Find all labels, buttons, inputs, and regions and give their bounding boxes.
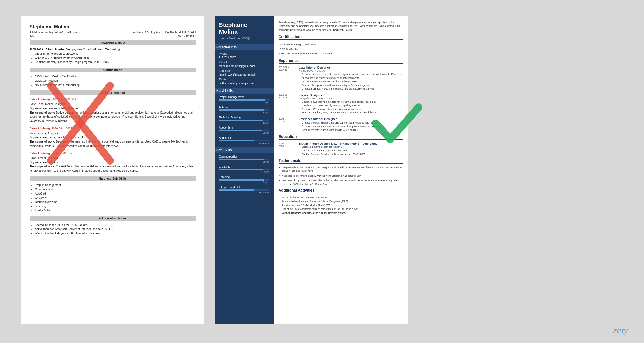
list-item: Excelled in home design coursework. [302, 145, 403, 149]
exp-details-2: Interior Designer Bourgoin & Hess Interi… [299, 94, 403, 115]
work-section-title: Work Experience [30, 90, 196, 95]
left-name: Stephanie Molina [30, 24, 196, 30]
list-item: Designed awe-inspiring interiors for res… [302, 100, 403, 104]
list-item: NARI Kitchen and Bath Remodeling [35, 83, 196, 87]
exp-bullets-1: Delivered inspired, efficient interior d… [299, 73, 403, 91]
list-item: Scored in the top 1% on the NCIDQ exam. [282, 196, 403, 199]
twitter-value: twitter.com/stephanieqmolina [219, 81, 269, 85]
exp-bullets-3: Created 10 exciting residential and comm… [299, 121, 403, 132]
skill-communication: Communication Expert [219, 155, 269, 163]
list-item: AutoCad [35, 192, 196, 196]
edu-dates-1: 2005 -2009 [279, 142, 297, 147]
exp-details-3: Freelance Interior Designer Created 10 e… [299, 117, 403, 132]
list-item: CIDQ Interior Design Certification [35, 74, 196, 79]
skill-budgeting: Budgeting Advanced [219, 136, 269, 144]
exp-company-2: Bourgoin & Hess Interiors, Inc. [299, 97, 403, 100]
skills-section-title: Hard and Soft Skills [30, 176, 196, 181]
exp-dates-1: 2012-09 -2017-11 [279, 66, 297, 71]
exp-title: Experience [279, 58, 403, 64]
summary-text: Award-winning, CIDQ certified interior d… [279, 20, 403, 32]
left-contact: E-Mail: stephanieqmolina@gmail.com Addre… [30, 31, 196, 34]
list-item: Winner, Contract Magazine 38th Annual In… [282, 211, 403, 215]
list-item: Student Director, Freedom by Design prog… [302, 152, 403, 156]
work-date-1: Date of Joining: 2012-09 to 2017-11 [30, 97, 196, 102]
list-item: One of my SoHo apartment designs was wri… [282, 207, 403, 211]
activities-list: Scored in the top 1% on the NCIDQ exam. … [279, 196, 403, 215]
list-item: Kept all projects under budget and deliv… [302, 128, 403, 132]
edu-entry-1: 2005 -2009 BFA in Interior Design, New Y… [279, 142, 403, 156]
list-item: Panelist, Kitchen & Bath Industry Show 2… [282, 203, 403, 207]
list-item: Adobe Suite [35, 208, 196, 213]
list-item: Active member, American Society of Inter… [35, 227, 196, 231]
list-item: Winner, ASID Student Portfolio Award 200… [35, 56, 196, 60]
left-content: Academic Details 2005-2009 - BFA in Inte… [30, 40, 196, 236]
edu-details-1: BFA in Interior Design, New York Institu… [299, 142, 403, 156]
sidebar-title: Interior Designer, CIDQ [219, 37, 269, 40]
linkedin-label: LinkedIn [219, 69, 269, 72]
left-resume: Stephanie Molina E-Mail: stephanieqmolin… [21, 16, 204, 324]
sidebar-name: StephanieMolina [219, 21, 269, 36]
left-tel: Tel: 917-749-5567 [30, 34, 196, 37]
list-item: Creativity [35, 196, 196, 200]
linkedin-value: linkedin.com/in/stephanieqmolin [219, 73, 269, 76]
work-org-3: Organization: Freelance [30, 160, 196, 165]
testimonial-item: "We never thought we'd be able to leave … [279, 179, 403, 186]
phone-label: Phone [219, 52, 269, 55]
list-item: Delivered inspired, efficient interior d… [302, 73, 403, 80]
exp-job-title-3: Freelance Interior Designer [299, 117, 403, 121]
email-value: stephanieqmolina@gmail.com [219, 64, 269, 68]
list-item: Scored in the top 1% on the NCIDQ exam. [35, 223, 196, 227]
work-scope-3: The scope of work: Created 10 exciting r… [30, 165, 196, 173]
activities-list: Scored in the top 1% on the NCIDQ exam. … [30, 223, 196, 236]
left-address: Address: 134 Rightward Way Portland, ME,… [133, 31, 196, 34]
list-item: Listening [35, 204, 196, 208]
list-item: Winner, Contract Magazine 38th Annual In… [35, 231, 196, 236]
work-entry-3: Date of Joining: 2006 to 2010-07 Post: I… [30, 151, 196, 173]
cert-item: NARI Kitchen and Bath Remodeling Certifi… [279, 51, 403, 56]
work-date-3: Date of Joining: 2006 to 2010-07 [30, 151, 196, 156]
exp-dates-2: 2010-08 -2012-08 [279, 94, 297, 99]
list-item: Great in home design coursework. [35, 52, 196, 56]
list-item: Created 10 exciting residential and comm… [302, 121, 403, 125]
testimonial-item: "Stephanie is a joy to work with. Her de… [279, 166, 403, 173]
right-sidebar: StephanieMolina Interior Designer, CIDQ … [215, 16, 274, 324]
work-entry-1: Date of Joining: 2012-09 to 2017-11 Post… [30, 97, 196, 123]
list-item: LEED Certification [35, 79, 196, 83]
testimonials-title: Testimonials [279, 158, 403, 164]
activities-section-title: Additional activities [30, 216, 196, 221]
cert-list: CIDQ Interior Design Certification LEED … [279, 42, 403, 56]
cert-list: CIDQ Interior Design Certification LEED … [30, 74, 196, 87]
list-item: Managed vendors, reps, and subcontractor… [302, 111, 403, 115]
list-item: Project management [35, 183, 196, 187]
skill-tech-drawing: Technical Drawing Expert [219, 116, 269, 124]
right-resume: StephanieMolina Interior Designer, CIDQ … [215, 16, 408, 324]
exp-entry-3: 2006 -2010-07 Freelance Interior Designe… [279, 117, 403, 132]
exp-job-title-1: Lead Interior Designer [299, 66, 403, 69]
list-item: Active member, American Society of Inter… [282, 199, 403, 203]
list-item: Several of my projects written up favora… [302, 84, 403, 87]
cert-item: CIDQ Interior Design Certification [279, 42, 403, 47]
right-resume-wrapper: StephanieMolina Interior Designer, CIDQ … [215, 16, 408, 324]
academic-section-title: Academic Details [30, 40, 196, 45]
skills-list: Project management Communication AutoCad… [30, 183, 196, 212]
exp-dates-3: 2006 -2010-07 [279, 117, 297, 123]
work-post-2: Post: Interior Designer [30, 131, 196, 136]
exp-entry-1: 2012-09 -2017-11 Lead Interior Designer … [279, 66, 403, 91]
soft-skills-title: Soft Skills [215, 147, 274, 153]
work-org-1: Organization: Renée Doherty Designs [30, 106, 196, 111]
edu-degree-1: BFA in Interior Design, New York Institu… [299, 142, 403, 145]
skill-project-mgmt: Project Management Expert [219, 96, 269, 104]
skill-listening: Listening Expert [219, 176, 269, 184]
exp-job-title-2: Interior Designer [299, 94, 403, 97]
work-date-2: Date of Joining: 2010-08 to 2012-08 [30, 126, 196, 131]
cert-section-title: Certifications [30, 68, 196, 72]
work-scope-2: The scope of work: Designed awe-inspirin… [30, 140, 196, 148]
exp-bullets-2: Designed awe-inspiring interiors for res… [299, 100, 403, 115]
work-org-2: Organization: Bourgoin & Hess Interiors,… [30, 135, 196, 140]
skill-autocad: AutoCad Expert [219, 106, 269, 114]
testimonials-list: "Stephanie is a joy to work with. Her de… [279, 166, 403, 186]
personal-info-title: Personal Info [215, 44, 274, 50]
work-scope-1: The scope of work: Delivered inspired, e… [30, 111, 196, 123]
academic-degree: 2005-2009 - BFA in Interior Design, New … [30, 47, 196, 52]
list-item: Received commendations from every client… [302, 125, 403, 128]
